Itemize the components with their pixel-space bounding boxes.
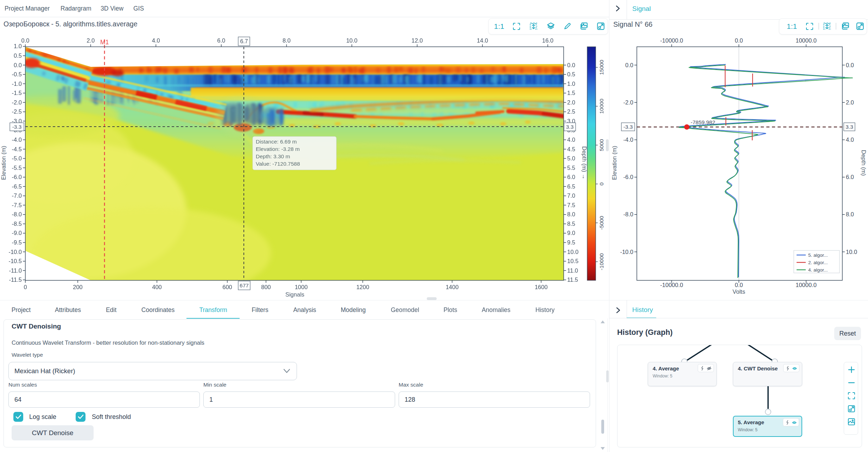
svg-text:3.3: 3.3 xyxy=(566,124,574,130)
svg-text:-2.5: -2.5 xyxy=(12,108,22,115)
svg-text:M1: M1 xyxy=(100,39,109,46)
svg-text:0.0: 0.0 xyxy=(625,62,633,68)
svg-text:15000: 15000 xyxy=(598,60,604,75)
svg-text:1400: 1400 xyxy=(446,284,459,290)
svg-text:1200: 1200 xyxy=(356,284,369,290)
svg-text:10000: 10000 xyxy=(598,98,604,114)
svg-text:3.3: 3.3 xyxy=(845,124,853,130)
svg-text:10.0: 10.0 xyxy=(346,37,357,44)
svg-text:0.0: 0.0 xyxy=(846,62,854,68)
svg-text:0.5: 0.5 xyxy=(567,71,575,77)
svg-text:2.0: 2.0 xyxy=(567,99,575,106)
svg-text:0: 0 xyxy=(24,284,27,290)
svg-text:Elevation: -3.28 m: Elevation: -3.28 m xyxy=(256,146,300,152)
svg-text:1.5: 1.5 xyxy=(567,90,575,96)
svg-text:0.0: 0.0 xyxy=(735,37,743,44)
svg-text:-9.5: -9.5 xyxy=(12,239,22,246)
svg-text:-1.5: -1.5 xyxy=(12,90,22,96)
svg-text:0.0: 0.0 xyxy=(21,37,30,44)
svg-text:6.5: 6.5 xyxy=(567,183,575,190)
svg-text:-7.5: -7.5 xyxy=(12,202,22,208)
svg-text:-4.5: -4.5 xyxy=(12,146,22,152)
svg-text:-7859.982: -7859.982 xyxy=(691,119,715,125)
svg-text:600: 600 xyxy=(222,284,232,290)
svg-text:-2.0: -2.0 xyxy=(12,99,22,106)
svg-text:-5000: -5000 xyxy=(598,216,604,230)
svg-text:-6.0: -6.0 xyxy=(12,174,22,180)
svg-text:0: 0 xyxy=(598,182,604,185)
svg-text:5.0: 5.0 xyxy=(567,155,575,161)
svg-text:-10.0: -10.0 xyxy=(8,249,22,255)
svg-text:0.0: 0.0 xyxy=(14,62,22,68)
svg-text:9.5: 9.5 xyxy=(567,239,575,246)
svg-text:-11.5: -11.5 xyxy=(9,276,22,283)
svg-text:Distance: 6.69 m: Distance: 6.69 m xyxy=(256,139,297,145)
svg-text:1.0: 1.0 xyxy=(14,43,22,49)
svg-text:-4.0: -4.0 xyxy=(12,136,22,143)
svg-text:6.0: 6.0 xyxy=(846,174,854,180)
svg-text:12.0: 12.0 xyxy=(412,37,423,44)
svg-text:-4.0: -4.0 xyxy=(623,136,633,143)
svg-text:-10000: -10000 xyxy=(598,253,604,270)
svg-text:4.0: 4.0 xyxy=(567,136,575,143)
svg-text:Value: -7120.7588: Value: -7120.7588 xyxy=(256,161,300,167)
svg-text:5. algor...: 5. algor... xyxy=(808,253,828,258)
svg-text:1.0: 1.0 xyxy=(567,81,575,87)
svg-text:200: 200 xyxy=(73,284,83,290)
svg-text:400: 400 xyxy=(152,284,162,290)
svg-text:Depth (m): Depth (m) xyxy=(861,150,867,176)
svg-text:-8.0: -8.0 xyxy=(12,211,22,217)
svg-text:-10000.0: -10000.0 xyxy=(660,37,683,44)
svg-text:Depth: 3.30 m: Depth: 3.30 m xyxy=(256,153,290,159)
svg-text:4.5: 4.5 xyxy=(567,146,575,152)
svg-text:8.0: 8.0 xyxy=(283,37,291,44)
svg-text:-10.0: -10.0 xyxy=(620,249,633,255)
svg-text:-8.0: -8.0 xyxy=(623,211,633,217)
svg-text:0.5: 0.5 xyxy=(14,52,22,59)
svg-text:8.0: 8.0 xyxy=(846,211,854,217)
svg-text:-5.5: -5.5 xyxy=(12,165,22,171)
svg-text:-7.0: -7.0 xyxy=(12,192,22,199)
svg-text:8.5: 8.5 xyxy=(567,221,575,227)
svg-text:16.0: 16.0 xyxy=(542,37,553,44)
svg-text:800: 800 xyxy=(261,284,271,290)
svg-text:677: 677 xyxy=(240,282,249,288)
svg-text:-2.0: -2.0 xyxy=(623,99,633,106)
svg-text:4. algor...: 4. algor... xyxy=(808,267,828,273)
svg-text:2.0: 2.0 xyxy=(87,37,95,44)
svg-text:2.5: 2.5 xyxy=(567,108,575,115)
svg-text:6.0: 6.0 xyxy=(567,174,575,180)
svg-text:14.0: 14.0 xyxy=(477,37,488,44)
svg-text:-5.0: -5.0 xyxy=(12,155,22,161)
svg-text:-11.0: -11.0 xyxy=(9,267,22,274)
svg-text:7.0: 7.0 xyxy=(567,192,575,199)
svg-text:Volts: Volts xyxy=(733,288,745,295)
svg-text:-1.0: -1.0 xyxy=(12,81,22,87)
svg-text:7.5: 7.5 xyxy=(567,202,575,208)
svg-text:5000: 5000 xyxy=(598,139,604,151)
svg-text:11.5: 11.5 xyxy=(567,276,578,283)
svg-text:10.0: 10.0 xyxy=(567,249,578,255)
svg-text:5.5: 5.5 xyxy=(567,165,575,171)
svg-text:Elevation (m): Elevation (m) xyxy=(0,146,7,180)
svg-text:6.7: 6.7 xyxy=(240,38,248,44)
svg-text:4.0: 4.0 xyxy=(152,37,160,44)
svg-text:2.0: 2.0 xyxy=(846,99,854,106)
svg-text:9.0: 9.0 xyxy=(567,230,575,236)
svg-text:-3.3: -3.3 xyxy=(12,124,22,130)
svg-text:Depth (m) →: Depth (m) → xyxy=(581,146,588,179)
svg-text:10.0: 10.0 xyxy=(846,249,857,255)
svg-text:2. algor...: 2. algor... xyxy=(808,260,828,265)
svg-text:-9.0: -9.0 xyxy=(12,230,22,236)
svg-text:-6.5: -6.5 xyxy=(12,183,22,190)
svg-text:-6.0: -6.0 xyxy=(623,174,633,180)
svg-text:-3.3: -3.3 xyxy=(623,124,633,130)
svg-text:1600: 1600 xyxy=(535,284,548,290)
svg-text:Elevation (m): Elevation (m) xyxy=(611,146,617,180)
svg-text:10.5: 10.5 xyxy=(567,258,578,264)
svg-text:10000.0: 10000.0 xyxy=(796,37,817,44)
svg-text:11.0: 11.0 xyxy=(567,267,578,274)
svg-text:6.0: 6.0 xyxy=(217,37,225,44)
svg-text:0.0: 0.0 xyxy=(567,62,575,68)
svg-text:Signals: Signals xyxy=(285,291,304,298)
